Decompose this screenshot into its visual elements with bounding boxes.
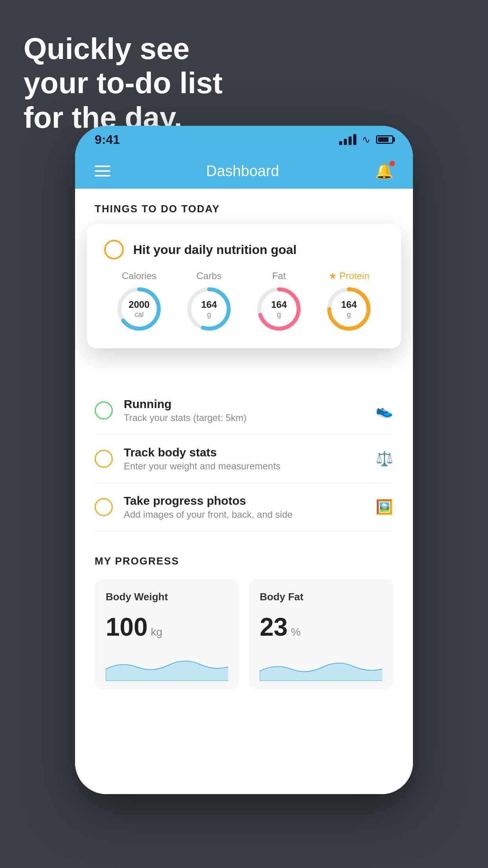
todo-content-photos: Take progress photos Add images of your …	[124, 494, 376, 520]
body-weight-wave	[106, 649, 228, 681]
todo-item-running[interactable]: Running Track your stats (target: 5km) 👟	[95, 386, 393, 435]
status-time: 9:41	[95, 132, 120, 147]
todo-subtitle-photos: Add images of your front, back, and side	[124, 509, 376, 520]
protein-label-row: ★ Protein	[328, 270, 369, 281]
nutrition-protein: ★ Protein 164 g	[325, 270, 372, 333]
section-header: THINGS TO DO TODAY	[75, 189, 413, 221]
carbs-label: Carbs	[196, 270, 222, 281]
running-icon: 👟	[376, 402, 393, 419]
todo-circle-photos	[95, 498, 113, 516]
calories-unit: cal	[128, 311, 149, 319]
scale-icon: ⚖️	[376, 451, 393, 467]
status-icons: ∿	[339, 134, 393, 146]
body-fat-unit: %	[291, 626, 301, 638]
body-fat-wave	[260, 649, 382, 681]
card-title-row: Hit your daily nutrition goal	[104, 240, 384, 259]
todo-content-running: Running Track your stats (target: 5km)	[124, 397, 376, 423]
todo-list: Running Track your stats (target: 5km) 👟…	[75, 386, 413, 531]
progress-cards: Body Weight 100 kg Body Fat 23	[95, 579, 393, 689]
fat-unit: g	[271, 311, 287, 319]
protein-unit: g	[341, 311, 357, 319]
body-fat-title: Body Fat	[260, 591, 382, 603]
hamburger-menu[interactable]	[95, 166, 110, 177]
todo-circle-running	[95, 401, 113, 419]
nutrition-carbs: Carbs 164 g	[185, 270, 233, 333]
calories-value: 2000	[128, 299, 149, 311]
todo-circle-body-stats	[95, 450, 113, 468]
body-weight-card[interactable]: Body Weight 100 kg	[95, 579, 239, 689]
body-weight-title: Body Weight	[106, 591, 228, 603]
todo-item-photos[interactable]: Take progress photos Add images of your …	[95, 483, 393, 531]
todo-subtitle-body-stats: Enter your weight and measurements	[124, 461, 376, 472]
body-fat-num: 23	[260, 612, 288, 642]
carbs-unit: g	[201, 311, 217, 319]
todo-item-body-stats[interactable]: Track body stats Enter your weight and m…	[95, 435, 393, 483]
protein-value: 164	[341, 299, 357, 311]
calories-ring: 2000 cal	[116, 285, 163, 333]
wifi-icon: ∿	[362, 134, 371, 146]
nutrition-calories: Calories 2000 cal	[116, 270, 163, 333]
carbs-ring: 164 g	[185, 285, 233, 333]
fat-label: Fat	[272, 270, 286, 281]
nutrition-card: Hit your daily nutrition goal Calories 2…	[87, 224, 401, 348]
body-fat-card[interactable]: Body Fat 23 %	[249, 579, 393, 689]
protein-ring: 164 g	[325, 285, 372, 333]
hero-text: Quickly see your to-do list for the day.	[24, 31, 223, 134]
photo-icon: 🖼️	[376, 499, 393, 515]
todo-subtitle-running: Track your stats (target: 5km)	[124, 412, 376, 423]
todo-title-body-stats: Track body stats	[124, 446, 376, 459]
carbs-value: 164	[201, 299, 217, 311]
fat-value: 164	[271, 299, 287, 311]
body-weight-value-row: 100 kg	[106, 612, 228, 642]
notification-dot	[389, 161, 395, 166]
task-circle[interactable]	[104, 240, 124, 259]
nutrition-row: Calories 2000 cal Carbs	[104, 270, 384, 333]
todo-title-photos: Take progress photos	[124, 494, 376, 508]
progress-header: MY PROGRESS	[95, 555, 393, 567]
nav-title: Dashboard	[206, 163, 279, 180]
body-fat-value-row: 23 %	[260, 612, 382, 642]
calories-label: Calories	[122, 270, 156, 281]
status-bar: 9:41 ∿	[75, 126, 413, 153]
fat-ring: 164 g	[255, 285, 303, 333]
body-weight-num: 100	[106, 612, 148, 642]
todo-title-running: Running	[124, 397, 376, 411]
nav-bar: Dashboard 🔔	[75, 153, 413, 189]
star-icon: ★	[328, 270, 337, 281]
card-title: Hit your daily nutrition goal	[133, 243, 297, 257]
signal-icon	[339, 134, 356, 145]
phone-frame: 9:41 ∿ Dashboard 🔔 THINGS TO DO TODAY	[75, 126, 413, 794]
progress-section: MY PROGRESS Body Weight 100 kg Body	[75, 555, 413, 689]
body-weight-unit: kg	[151, 626, 163, 638]
battery-icon	[376, 135, 393, 144]
nutrition-fat: Fat 164 g	[255, 270, 303, 333]
app-content: THINGS TO DO TODAY Hit your daily nutrit…	[75, 189, 413, 794]
todo-content-body-stats: Track body stats Enter your weight and m…	[124, 446, 376, 472]
notification-bell[interactable]: 🔔	[375, 162, 393, 180]
protein-label: Protein	[339, 270, 369, 281]
